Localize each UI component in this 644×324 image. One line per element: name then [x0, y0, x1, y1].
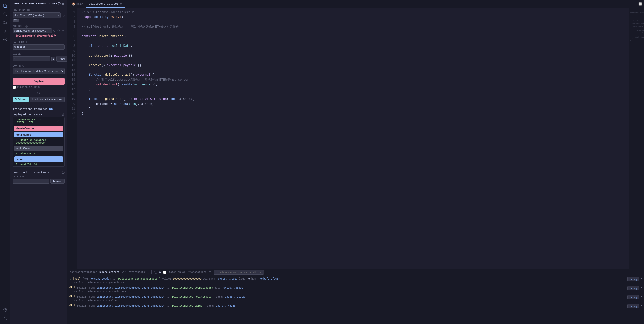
search-input[interactable]: [214, 270, 264, 275]
contract-select[interactable]: DeleteContract - deleteContract.sol: [13, 68, 65, 74]
tx1-expand-button[interactable]: ▾: [641, 277, 642, 280]
minimap: // SPDX-License-Identifier: MIT pragma s…: [629, 8, 644, 269]
value-unit-btn[interactable]: ■: [51, 57, 55, 61]
gas-limit-section: GAS LIMIT: [10, 39, 67, 51]
value-unit-select[interactable]: Ether: [56, 56, 67, 62]
contract-copy-icon[interactable]: [57, 120, 59, 122]
vm-badge: VM: [13, 19, 19, 22]
svg-point-1: [6, 23, 7, 24]
tx3-expand-button[interactable]: ▾: [641, 295, 642, 298]
transaction-item-3: CALL [call] from: 0x5B3808a6a701c5609545…: [69, 295, 642, 302]
svg-rect-20: [58, 121, 59, 122]
tx2-expand-button[interactable]: ▾: [641, 286, 642, 289]
info-icon[interactable]: [58, 2, 61, 5]
deployed-section: Deployed Contracts ▾ DELETECONTRACT AT 0…: [10, 112, 67, 169]
low-level-info-icon[interactable]: [62, 171, 65, 174]
sidebar-title: DEPLOY & RUN TRANSACTIONS: [13, 2, 57, 5]
transactions-badge: 4: [49, 108, 53, 110]
home-icon: 🏠: [72, 2, 75, 6]
copy-account-btn[interactable]: ⧉: [53, 29, 56, 33]
tx4-expand-button[interactable]: ▾: [641, 304, 642, 307]
count-value: 0: [159, 271, 161, 274]
publish-row: Publish to IPFS: [13, 85, 65, 90]
load-contract-button[interactable]: Load contract from Addres: [30, 97, 65, 102]
tx3-sub: call to DeleteContract.value: [69, 299, 642, 302]
sidebar-header: DEPLOY & RUN TRANSACTIONS: [10, 0, 67, 7]
maximize-icon[interactable]: ⬜: [638, 2, 642, 6]
settings-icon[interactable]: [2, 306, 9, 313]
tab-deletecontract-label: deleteContract.sol: [89, 2, 118, 5]
deployed-trash-icon[interactable]: [62, 113, 65, 116]
gas-limit-input[interactable]: [13, 44, 65, 50]
gas-limit-label: GAS LIMIT: [13, 41, 65, 44]
value-input[interactable]: [13, 56, 50, 61]
tx3-text: [call] from: 0x5B3808a6a701c5609545dcfc8…: [77, 295, 626, 299]
deploy-button[interactable]: Deploy: [13, 78, 65, 85]
at-address-section: At Address Load contract from Addres: [10, 95, 67, 104]
contract-instance-header[interactable]: ▾ DELETECONTRACT AT 0XD7A...F77: [13, 117, 64, 125]
account-info-icon: [25, 25, 28, 28]
deletecontract-ref: DeleteContract: [99, 271, 120, 274]
publish-ipfs-label: Publish to IPFS: [17, 86, 40, 89]
svg-point-27: [209, 271, 211, 273]
low-level-header: Low level interactions: [13, 171, 65, 174]
account-input[interactable]: [13, 28, 52, 33]
svg-point-5: [5, 39, 6, 40]
tx2-call-badge: CALL: [69, 286, 75, 289]
search-icon[interactable]: [2, 11, 9, 18]
tx4-debug-button[interactable]: Debug: [627, 304, 639, 308]
deploy-section: Deploy Publish to IPFS: [10, 76, 67, 91]
tx1-text: [val] from: 0x5B3...eddc4 to: DeleteCont…: [73, 277, 626, 281]
not-init-data-output: 0: uint256: 0: [13, 152, 64, 156]
not-init-data-function-button[interactable]: notInitData: [14, 146, 63, 151]
svg-point-2: [4, 21, 5, 22]
contract-section: CONTRACT DeleteContract - deleteContract…: [10, 63, 67, 76]
environment-label: ENVIRONMENT: [13, 9, 65, 12]
plugin-icon[interactable]: [2, 36, 9, 43]
listen-check: listen on all transactions: [163, 271, 207, 274]
tab-deletecontract[interactable]: deleteContract.sol ✕: [86, 0, 125, 8]
tx2-debug-button[interactable]: Debug: [627, 286, 639, 290]
tab-home[interactable]: 🏠 Home: [69, 0, 86, 8]
transactions-chevron: [63, 108, 65, 111]
svg-marker-4: [4, 30, 6, 33]
get-balance-function-button[interactable]: getBalance: [14, 132, 63, 137]
code-editor[interactable]: // SPDX-License-Identifier: MIT pragma s…: [77, 8, 629, 269]
account-link-btn[interactable]: ⬡: [57, 29, 60, 33]
git-icon[interactable]: [2, 19, 9, 26]
delete-contract-function-button[interactable]: deleteContract: [14, 126, 63, 131]
transact-button[interactable]: Transact: [50, 179, 65, 184]
listen-checkbox[interactable]: [163, 271, 166, 274]
bottom-panel: contractDefinition DeleteContract 1 refe…: [67, 269, 644, 324]
tab-close-icon[interactable]: ✕: [120, 2, 122, 6]
environment-select[interactable]: JavaScript VM (London): [13, 12, 61, 18]
bottom-toolbar: contractDefinition DeleteContract 1 refe…: [67, 269, 644, 276]
debug-icon[interactable]: [2, 28, 9, 35]
tx1-debug-button[interactable]: Debug: [627, 277, 639, 281]
main-content: 🏠 Home deleteContract.sol ✕ ⬜ 12345 6789…: [67, 0, 644, 324]
value-function-button[interactable]: value: [14, 156, 63, 162]
transactions-header[interactable]: Transactions recorded 4: [13, 108, 65, 111]
publish-ipfs-checkbox[interactable]: [13, 86, 16, 89]
tx4-call-badge: CALL: [69, 304, 75, 307]
account-more-btn[interactable]: ✎: [61, 29, 65, 33]
transactions-title: Transactions recorded: [13, 108, 48, 111]
svg-point-6: [5, 309, 6, 310]
menu-icon[interactable]: [62, 2, 65, 5]
listen-label: listen on all transactions: [167, 271, 207, 274]
or-divider: OR: [10, 91, 67, 95]
account-icon[interactable]: [2, 315, 9, 322]
link-icon: [121, 271, 124, 274]
files-icon[interactable]: [2, 2, 9, 9]
contract-delete-icon[interactable]: [60, 120, 63, 122]
search-bottom-icon: [209, 271, 212, 274]
environment-info-icon[interactable]: [62, 14, 65, 17]
transaction-item-4: CALL [call] from: 0x5B3808a6a701c5609545…: [69, 304, 642, 308]
low-level-section: Low level interactions CALLDATA Transact: [10, 169, 67, 185]
tx3-debug-button[interactable]: Debug: [627, 295, 639, 299]
tx2-text: [call] from: 0x5B3808a6a701c5609545dcfc8…: [77, 286, 626, 290]
calldata-input[interactable]: [13, 179, 49, 184]
terminal-icon: [154, 271, 157, 274]
chevron-ref: ⌄: [148, 271, 149, 274]
at-address-button[interactable]: At Address: [13, 97, 29, 102]
